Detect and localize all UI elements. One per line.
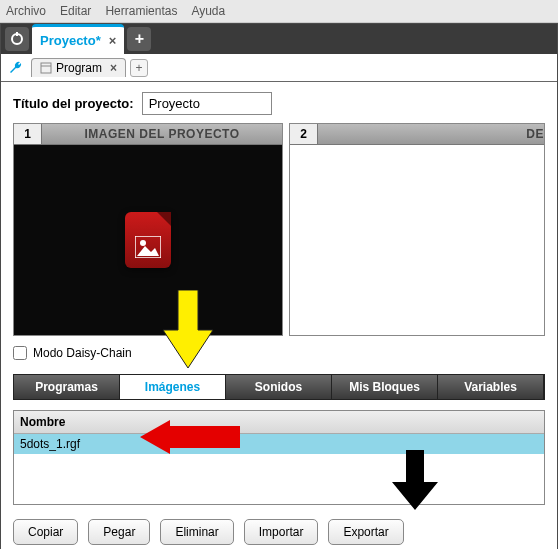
delete-button[interactable]: Eliminar <box>160 519 233 545</box>
menu-ayuda[interactable]: Ayuda <box>191 4 225 18</box>
list-empty-area[interactable] <box>14 454 544 504</box>
menu-herramientas[interactable]: Herramientas <box>105 4 177 18</box>
daisy-chain-label: Modo Daisy-Chain <box>33 346 132 360</box>
panels: 1 IMAGEN DEL PROYECTO 2 DE <box>13 123 545 336</box>
program-tab-row: Program × + <box>1 54 557 82</box>
svg-point-5 <box>140 240 146 246</box>
menubar: Archivo Editar Herramientas Ayuda <box>0 0 558 23</box>
list-item[interactable]: 5dots_1.rgf <box>14 434 544 454</box>
project-properties: Título del proyecto: 1 IMAGEN DEL PROYEC… <box>1 82 557 549</box>
description-area[interactable] <box>290 145 544 335</box>
tab-mis-bloques[interactable]: Mis Bloques <box>332 375 438 399</box>
new-program-button[interactable]: + <box>130 59 148 77</box>
svg-rect-1 <box>16 32 18 36</box>
image-placeholder-icon <box>125 212 171 268</box>
tab-imagenes[interactable]: Imágenes <box>120 375 226 399</box>
daisy-chain-row: Modo Daisy-Chain <box>13 346 545 360</box>
list-header-nombre[interactable]: Nombre <box>14 411 544 434</box>
copy-button[interactable]: Copiar <box>13 519 78 545</box>
project-title-row: Título del proyecto: <box>13 92 545 115</box>
menu-archivo[interactable]: Archivo <box>6 4 46 18</box>
close-icon[interactable]: × <box>109 33 117 48</box>
tab-sonidos[interactable]: Sonidos <box>226 375 332 399</box>
paste-button[interactable]: Pegar <box>88 519 150 545</box>
program-tab[interactable]: Program × <box>31 58 126 77</box>
project-tab-row: Proyecto* × + <box>1 24 557 54</box>
program-icon <box>40 62 52 74</box>
action-buttons: Copiar Pegar Eliminar Importar Exportar <box>13 519 545 549</box>
project-tab[interactable]: Proyecto* × <box>32 24 124 54</box>
program-tab-label: Program <box>56 61 102 75</box>
panel-number: 1 <box>14 124 42 144</box>
panel-title: IMAGEN DEL PROYECTO <box>42 124 282 144</box>
new-project-button[interactable]: + <box>127 27 151 51</box>
daisy-chain-checkbox[interactable] <box>13 346 27 360</box>
project-tab-label: Proyecto* <box>40 33 101 48</box>
panel-header: 1 IMAGEN DEL PROYECTO <box>14 124 282 145</box>
import-button[interactable]: Importar <box>244 519 319 545</box>
panel-title: DE <box>318 124 544 144</box>
resource-tabs: Programas Imágenes Sonidos Mis Bloques V… <box>13 374 545 400</box>
close-icon[interactable]: × <box>110 61 117 75</box>
project-title-input[interactable] <box>142 92 272 115</box>
menu-editar[interactable]: Editar <box>60 4 91 18</box>
svg-rect-2 <box>41 63 51 73</box>
panel-header: 2 DE <box>290 124 544 145</box>
brick-icon[interactable] <box>5 27 29 51</box>
resource-list: Nombre 5dots_1.rgf <box>13 410 545 505</box>
panel-number: 2 <box>290 124 318 144</box>
wrench-icon[interactable] <box>5 58 27 78</box>
project-title-label: Título del proyecto: <box>13 96 134 111</box>
tab-variables[interactable]: Variables <box>438 375 544 399</box>
app-frame: Proyecto* × + Program × + Título del pro… <box>0 23 558 549</box>
tab-programas[interactable]: Programas <box>14 375 120 399</box>
project-image-area[interactable] <box>14 145 282 335</box>
panel-project-image: 1 IMAGEN DEL PROYECTO <box>13 123 283 336</box>
export-button[interactable]: Exportar <box>328 519 403 545</box>
panel-description: 2 DE <box>289 123 545 336</box>
